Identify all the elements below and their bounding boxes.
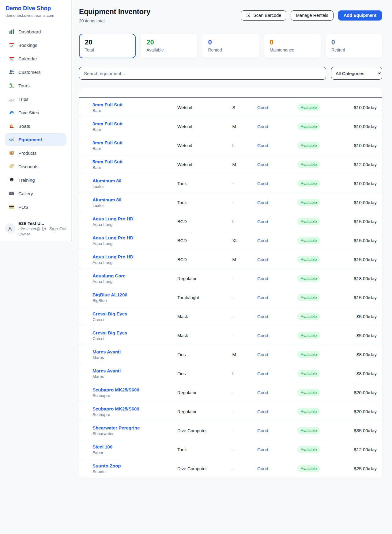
sidebar-item-products[interactable]: Products (5, 147, 66, 159)
condition-link[interactable]: Good (257, 276, 268, 281)
stat-card-retired[interactable]: 0 Retired (326, 34, 382, 58)
category-cell: Wetsuit (172, 98, 228, 117)
condition-link[interactable]: Good (257, 447, 268, 452)
sidebar-item-tours[interactable]: Tours (5, 79, 66, 92)
item-link[interactable]: 3mm Full Suit (92, 121, 123, 126)
item-link[interactable]: BigBlue AL1200 (92, 292, 127, 297)
equipment-row: Aqualung Core Aqua Lung Regulator - Good… (79, 269, 382, 288)
condition-link[interactable]: Good (257, 200, 268, 205)
item-link[interactable]: Shearwater Peregrine (92, 425, 140, 430)
sidebar-item-trips[interactable]: Trips (5, 93, 66, 105)
item-brand: Mares (92, 374, 168, 379)
stat-card-available[interactable]: 20 Available (141, 34, 197, 58)
sidebar-item-discounts[interactable]: Discounts (5, 160, 66, 173)
category-cell: Tank (172, 193, 228, 212)
condition-link[interactable]: Good (257, 371, 268, 376)
item-link[interactable]: Aqualung Core (92, 273, 126, 278)
category-select[interactable]: All Categories (331, 67, 382, 80)
equipment-row: Cressi Big Eyes Cressi Mask - Good Avail… (79, 326, 382, 345)
item-link[interactable]: Aqua Lung Pro HD (92, 216, 133, 221)
status-badge: Available (297, 104, 320, 111)
size-cell: - (228, 288, 252, 307)
condition-link[interactable]: Good (257, 333, 268, 338)
size-cell: L (228, 136, 252, 155)
condition-link[interactable]: Good (257, 181, 268, 186)
condition-link[interactable]: Good (257, 124, 268, 129)
sidebar-nav: Dashboard 17 Bookings Calendar Customers… (0, 22, 71, 217)
sidebar-item-dive-sites[interactable]: Dive Sites (5, 106, 66, 119)
sidebar-item-label: Calendar (18, 56, 37, 61)
condition-link[interactable]: Good (257, 257, 268, 262)
category-cell: Torch/Light (172, 288, 228, 307)
header-actions: Scan Barcode Manage Rentals Add Equipmen… (241, 10, 382, 21)
equipment-row: Scubapro MK25/S600 Scubapro Regulator - … (79, 383, 382, 402)
scan-barcode-label: Scan Barcode (253, 13, 281, 18)
stat-card-rented[interactable]: 0 Rented (202, 34, 259, 58)
condition-link[interactable]: Good (257, 314, 268, 319)
stat-label: Retired (331, 48, 376, 52)
item-link[interactable]: Steel 100 (92, 444, 112, 449)
condition-link[interactable]: Good (257, 409, 268, 414)
condition-link[interactable]: Good (257, 466, 268, 471)
scan-barcode-button[interactable]: Scan Barcode (241, 10, 286, 21)
stat-card-maintenance[interactable]: 0 Maintenance (264, 34, 321, 58)
condition-link[interactable]: Good (257, 105, 268, 110)
size-cell: L (228, 212, 252, 231)
sidebar-item-pos[interactable]: POS (5, 201, 66, 213)
status-badge: Available (297, 370, 320, 377)
item-link[interactable]: Aqua Lung Pro HD (92, 254, 133, 259)
diving-mask-icon (9, 136, 15, 143)
rental-price-cell: $10.00/day (325, 136, 382, 155)
status-badge: Available (297, 161, 320, 168)
manage-rentals-button[interactable]: Manage Rentals (291, 10, 334, 21)
sign-out-button[interactable]: Sign Out (42, 226, 66, 231)
add-equipment-button[interactable]: Add Equipment (338, 10, 382, 21)
sidebar-item-bookings[interactable]: 17 Bookings (5, 39, 66, 51)
item-link[interactable]: Scubapro MK25/S600 (92, 387, 139, 392)
condition-link[interactable]: Good (257, 428, 268, 433)
condition-link[interactable]: Good (257, 295, 268, 300)
size-cell: - (228, 421, 252, 440)
condition-link[interactable]: Good (257, 352, 268, 357)
status-badge: Available (297, 218, 320, 225)
column-header (228, 88, 252, 98)
item-link[interactable]: Suunto Zoop (92, 463, 121, 468)
rental-price-cell: $20.00/day (325, 383, 382, 402)
rental-price-cell: $15.00/day (325, 288, 382, 307)
item-link[interactable]: 3mm Full Suit (92, 140, 123, 145)
condition-link[interactable]: Good (257, 390, 268, 395)
search-input[interactable] (79, 67, 326, 80)
sidebar-item-customers[interactable]: Customers (5, 66, 66, 78)
item-link[interactable]: 5mm Full Suit (92, 159, 123, 164)
sidebar-item-label: Dive Sites (18, 110, 39, 115)
condition-link[interactable]: Good (257, 238, 268, 243)
sidebar-item-calendar[interactable]: Calendar (5, 52, 66, 65)
item-link[interactable]: 3mm Full Suit (92, 102, 123, 107)
rental-price-cell: $10.00/day (325, 174, 382, 193)
item-brand: Faber (92, 450, 168, 455)
rental-price-cell: $15.00/day (325, 212, 382, 231)
speedboat-icon (9, 96, 15, 102)
sidebar-item-boats[interactable]: Boats (5, 120, 66, 132)
item-brand: Aqua Lung (92, 241, 168, 246)
item-link[interactable]: Cressi Big Eyes (92, 311, 127, 316)
condition-link[interactable]: Good (257, 143, 268, 148)
status-badge: Available (297, 294, 320, 301)
item-link[interactable]: Aluminum 80 (92, 197, 121, 202)
condition-link[interactable]: Good (257, 219, 268, 224)
spiral-calendar-icon (9, 55, 15, 62)
sidebar-item-dashboard[interactable]: Dashboard (5, 25, 66, 38)
item-link[interactable]: Cressi Big Eyes (92, 330, 127, 335)
condition-link[interactable]: Good (257, 162, 268, 167)
item-link[interactable]: Mares Avanti (92, 368, 121, 373)
sidebar-item-training[interactable]: Training (5, 174, 66, 186)
stat-card-total[interactable]: 20 Total (79, 34, 136, 58)
item-link[interactable]: Aluminum 80 (92, 178, 121, 183)
item-link[interactable]: Scubapro MK25/S600 (92, 406, 139, 411)
item-brand: Aqua Lung (92, 222, 168, 227)
sidebar-item-equipment[interactable]: Equipment (5, 133, 66, 146)
sidebar-item-gallery[interactable]: Gallery (5, 187, 66, 200)
status-badge: Available (297, 313, 320, 320)
item-link[interactable]: Mares Avanti (92, 349, 121, 354)
item-link[interactable]: Aqua Lung Pro HD (92, 235, 133, 240)
